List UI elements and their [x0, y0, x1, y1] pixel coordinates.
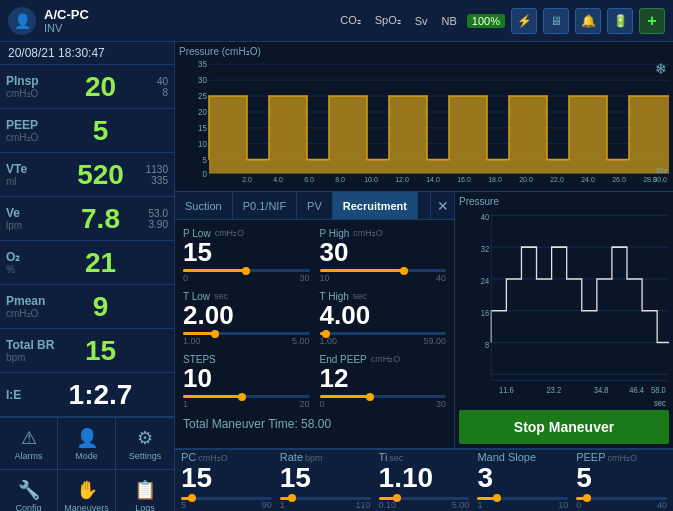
vital-name: Ve — [6, 206, 61, 220]
param-slider-thumb[interactable] — [238, 393, 246, 401]
datetime: 20/08/21 18:30:47 — [0, 42, 174, 65]
bottom-param-rate: Rate bpm 15 1 110 — [280, 451, 371, 510]
bottom-slider-track[interactable] — [379, 497, 470, 500]
svg-text:20: 20 — [198, 108, 207, 117]
btn-alarms[interactable]: ⚠ Alarms — [0, 418, 58, 470]
param-p-high: P High cmH₂O 30 10 40 — [320, 228, 447, 283]
btn-maneuvers[interactable]: ✋ Maneuvers — [58, 470, 116, 511]
tab-recruitment[interactable]: Recruitment — [333, 192, 418, 219]
bottom-slider-track[interactable] — [576, 497, 667, 500]
svg-text:4.0: 4.0 — [273, 175, 283, 184]
vital-row-pmean: Pmean cmH₂O 9 — [0, 285, 174, 329]
alarm-bell-icon[interactable]: 🔔 — [575, 8, 601, 34]
vital-label: VTe ml — [6, 162, 61, 187]
tab-pv[interactable]: PV — [297, 192, 333, 219]
tab-p0-1-nif[interactable]: P0.1/NIF — [233, 192, 297, 219]
param-slider-track[interactable] — [183, 395, 310, 398]
svg-text:15: 15 — [198, 124, 207, 133]
vital-row-peep: PEEP cmH₂O 5 — [0, 109, 174, 153]
left-panel: 20/08/21 18:30:47 PInsp cmH₂O 20 40 8 PE… — [0, 42, 175, 511]
screen-icon[interactable]: 🖥 — [543, 8, 569, 34]
tab-close-button[interactable]: ✕ — [430, 192, 454, 219]
vital-unit: cmH₂O — [6, 308, 61, 319]
param-p-low: P Low cmH₂O 15 0 30 — [183, 228, 310, 283]
vital-name: O₂ — [6, 250, 61, 264]
svg-text:35: 35 — [198, 60, 207, 69]
param-slider-track[interactable] — [183, 332, 310, 335]
vital-value: 9 — [61, 291, 140, 323]
vital-row-i-e: I:E 1:2.7 — [0, 373, 174, 417]
mode-label: A/C-PC — [44, 7, 89, 22]
svg-text:0: 0 — [203, 169, 208, 178]
vital-row-vte: VTe ml 520 1130 335 — [0, 153, 174, 197]
vital-value: 1:2.7 — [61, 379, 140, 411]
bottom-slider-thumb[interactable] — [288, 494, 296, 502]
svg-text:10: 10 — [198, 140, 207, 149]
vital-label: PInsp cmH₂O — [6, 74, 61, 99]
bottom-param-ti: Ti sec 1.10 0.10 5.00 — [379, 451, 470, 510]
param-slider-track[interactable] — [183, 269, 310, 272]
btn-settings[interactable]: ⚙ Settings — [116, 418, 174, 470]
svg-text:32: 32 — [481, 245, 490, 255]
vital-row-o-: O₂ % 21 — [0, 241, 174, 285]
vital-value: 7.8 — [61, 203, 140, 235]
svg-text:26.0: 26.0 — [612, 175, 626, 184]
param-slider-track[interactable] — [320, 395, 447, 398]
svg-text:10.0: 10.0 — [364, 175, 378, 184]
btn-config[interactable]: 🔧 Config — [0, 470, 58, 511]
param-row: STEPS 10 1 20 End PEEP cmH₂O 12 — [183, 354, 446, 409]
svg-text:46.4: 46.4 — [629, 386, 644, 396]
add-icon[interactable]: + — [639, 8, 665, 34]
param-t-high: T High sec 4.00 1.00 59.00 — [320, 291, 447, 346]
param-slider-thumb[interactable] — [366, 393, 374, 401]
tab-suction[interactable]: Suction — [175, 192, 233, 219]
vital-value: 20 — [61, 71, 140, 103]
svg-text:20.0: 20.0 — [519, 175, 533, 184]
btn-icon: ⚙ — [137, 427, 153, 449]
bottom-slider-track[interactable] — [181, 497, 272, 500]
param-slider-thumb[interactable] — [322, 330, 330, 338]
vital-name: VTe — [6, 162, 61, 176]
btn-logs[interactable]: 📋 Logs — [116, 470, 174, 511]
btn-mode[interactable]: 👤 Mode — [58, 418, 116, 470]
svg-text:30: 30 — [198, 76, 207, 85]
svg-text:23.2: 23.2 — [546, 386, 561, 396]
svg-text:24: 24 — [481, 276, 490, 286]
svg-text:8: 8 — [485, 340, 490, 350]
svg-text:❄: ❄ — [655, 60, 667, 76]
stop-maneuver-button[interactable]: Stop Maneuver — [459, 410, 669, 444]
battery-icon[interactable]: 🔋 — [607, 8, 633, 34]
vital-label: Ve lpm — [6, 206, 61, 231]
svg-text:11.6: 11.6 — [499, 386, 514, 396]
param-slider-track[interactable] — [320, 332, 447, 335]
right-chart-panel: Pressure 40 32 24 16 8 — [455, 192, 673, 448]
vital-unit: lpm — [6, 220, 61, 231]
svg-text:22.0: 22.0 — [550, 175, 564, 184]
header: 👤 A/C-PC INV CO₂ SpO₂ Sv NB 100% ⚡ 🖥 🔔 🔋… — [0, 0, 673, 42]
btn-icon: 🔧 — [18, 479, 40, 501]
param-slider-track[interactable] — [320, 269, 447, 272]
svg-text:40: 40 — [481, 213, 490, 223]
vital-value: 520 — [61, 159, 140, 191]
vital-rows: PInsp cmH₂O 20 40 8 PEEP cmH₂O 5 VTe ml … — [0, 65, 174, 417]
bottom-slider-track[interactable] — [280, 497, 371, 500]
svg-text:25: 25 — [198, 92, 207, 101]
svg-text:18.0: 18.0 — [488, 175, 502, 184]
vital-side: 40 8 — [140, 76, 168, 98]
param-end-peep: End PEEP cmH₂O 12 0 30 — [320, 354, 447, 409]
pressure-chart-area: Pressure (cmH₂O) 35 30 25 20 15 10 5 0 — [175, 42, 673, 192]
btn-icon: ⚠ — [21, 427, 37, 449]
vital-unit: % — [6, 264, 61, 275]
vital-unit: bpm — [6, 352, 61, 363]
recruit-chart-title: Pressure — [459, 196, 669, 207]
vital-label: PEEP cmH₂O — [6, 118, 61, 143]
header-right: CO₂ SpO₂ Sv NB 100% ⚡ 🖥 🔔 🔋 + — [336, 8, 665, 34]
vital-name: I:E — [6, 388, 61, 402]
param-slider-thumb[interactable] — [400, 267, 408, 275]
bottom-slider-track[interactable] — [477, 497, 568, 500]
vital-side: 53.0 3.90 — [140, 208, 168, 230]
power-icon[interactable]: ⚡ — [511, 8, 537, 34]
btn-icon: 👤 — [76, 427, 98, 449]
param-slider-thumb[interactable] — [211, 330, 219, 338]
param-slider-thumb[interactable] — [242, 267, 250, 275]
